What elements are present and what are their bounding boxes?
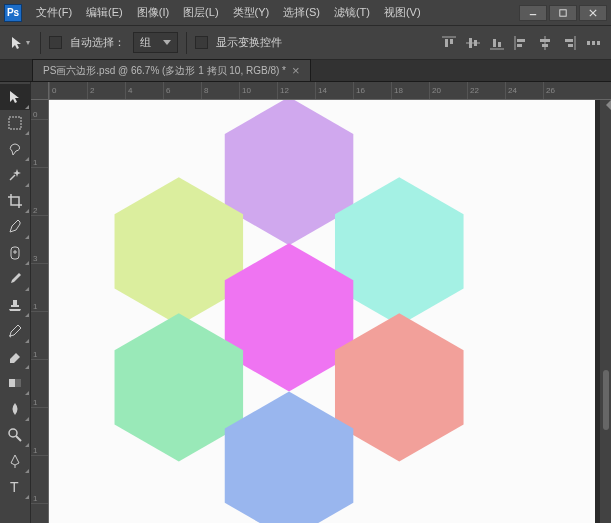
gradient-tool[interactable] [0,370,30,396]
menu-file[interactable]: 文件(F) [30,2,78,23]
brush-tool[interactable] [0,266,30,292]
menu-edit[interactable]: 编辑(E) [80,2,129,23]
ruler-tick: 1 [31,158,48,168]
svg-rect-15 [517,44,522,47]
hex-br[interactable] [335,313,464,461]
align-left-icon[interactable] [511,33,531,53]
svg-rect-24 [597,41,600,45]
menu-image[interactable]: 图像(I) [131,2,175,23]
svg-text:T: T [10,479,19,495]
ruler-tick: 4 [125,82,132,99]
svg-rect-21 [568,44,573,47]
svg-rect-8 [469,38,472,48]
ruler-origin[interactable] [31,82,49,100]
app-logo: Ps [4,4,22,22]
ruler-tick: 22 [467,82,479,99]
title-bar: Ps 文件(F) 编辑(E) 图像(I) 图层(L) 类型(Y) 选择(S) 滤… [0,0,611,26]
ruler-tick: 26 [543,82,555,99]
ruler-tick: 8 [201,82,208,99]
eraser-tool[interactable] [0,344,30,370]
svg-rect-14 [517,39,525,42]
auto-select-checkbox[interactable] [49,36,62,49]
show-transform-checkbox[interactable] [195,36,208,49]
svg-rect-18 [542,44,548,47]
ruler-tick: 1 [31,398,48,408]
lasso-tool[interactable] [0,136,30,162]
workspace: T 02468101214161820222426 012311111 [0,82,611,523]
ruler-tick: 16 [353,82,365,99]
align-bottom-icon[interactable] [487,33,507,53]
svg-rect-17 [540,39,550,42]
close-button[interactable] [579,5,607,21]
hex-top[interactable] [225,100,354,245]
ruler-tick: 24 [505,82,517,99]
main-menu: 文件(F) 编辑(E) 图像(I) 图层(L) 类型(Y) 选择(S) 滤镜(T… [30,2,519,23]
distribute-icon[interactable] [583,33,603,53]
healing-brush-tool[interactable] [0,240,30,266]
menu-layer[interactable]: 图层(L) [177,2,224,23]
hex-tr[interactable] [335,177,464,325]
canvas[interactable] [49,100,595,523]
svg-rect-25 [9,117,21,129]
align-buttons [439,33,603,53]
svg-rect-5 [445,39,448,47]
eyedropper-tool[interactable] [0,214,30,240]
menu-type[interactable]: 类型(Y) [227,2,276,23]
clone-stamp-tool[interactable] [0,292,30,318]
ruler-tick: 12 [277,82,289,99]
svg-rect-6 [450,39,453,44]
minimize-button[interactable] [519,5,547,21]
expand-panel-icon[interactable] [601,100,611,110]
horizontal-ruler[interactable]: 02468101214161820222426 [49,82,611,100]
type-tool[interactable]: T [0,474,30,500]
document-tab-bar: PS画六边形.psd @ 66.7% (多边形 1 拷贝 10, RGB/8) … [0,60,611,82]
hex-bl[interactable] [115,313,244,461]
hex-bottom[interactable] [225,392,354,523]
right-panel-collapsed[interactable] [599,100,611,523]
align-vcenter-icon[interactable] [463,33,483,53]
scrollbar-thumb[interactable] [603,370,609,430]
svg-rect-22 [587,41,590,45]
ruler-tick: 10 [239,82,251,99]
menu-filter[interactable]: 滤镜(T) [328,2,376,23]
menu-view[interactable]: 视图(V) [378,2,427,23]
options-bar: ▾ 自动选择： 组 显示变换控件 [0,26,611,60]
vertical-ruler[interactable]: 012311111 [31,100,49,523]
menu-select[interactable]: 选择(S) [277,2,326,23]
ruler-tick: 1 [31,302,48,312]
toolbox: T [0,82,31,523]
magic-wand-tool[interactable] [0,162,30,188]
pen-tool[interactable] [0,448,30,474]
dodge-tool[interactable] [0,422,30,448]
document-tab[interactable]: PS画六边形.psd @ 66.7% (多边形 1 拷贝 10, RGB/8) … [32,59,311,81]
hex-tl[interactable] [115,177,244,325]
blur-tool[interactable] [0,396,30,422]
history-brush-tool[interactable] [0,318,30,344]
hexagon-artwork [49,100,595,523]
ruler-tick: 1 [31,350,48,360]
align-hcenter-icon[interactable] [535,33,555,53]
ruler-tick: 1 [31,446,48,456]
maximize-button[interactable] [549,5,577,21]
svg-rect-12 [498,42,501,47]
align-top-icon[interactable] [439,33,459,53]
svg-line-33 [16,436,21,441]
svg-rect-20 [565,39,573,42]
svg-rect-31 [9,379,15,387]
auto-select-dropdown[interactable]: 组 [133,32,178,53]
svg-rect-9 [474,40,477,46]
align-right-icon[interactable] [559,33,579,53]
ruler-tick: 14 [315,82,327,99]
tab-close-button[interactable]: × [292,63,300,78]
move-tool-indicator[interactable]: ▾ [8,33,32,53]
hex-center[interactable] [225,243,354,391]
canvas-area: 02468101214161820222426 012311111 [31,82,611,523]
dropdown-value: 组 [140,35,151,50]
tab-title: PS画六边形.psd @ 66.7% (多边形 1 拷贝 10, RGB/8) … [43,64,286,78]
ruler-tick: 0 [31,110,48,120]
ruler-tick: 3 [31,254,48,264]
crop-tool[interactable] [0,188,30,214]
move-tool[interactable] [0,84,30,110]
ruler-tick: 6 [163,82,170,99]
marquee-tool[interactable] [0,110,30,136]
